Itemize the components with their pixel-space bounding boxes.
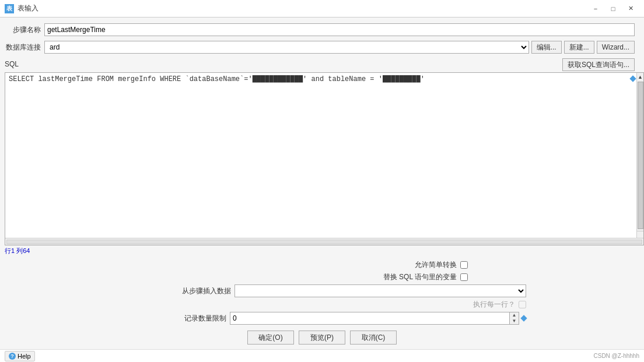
wizard-button[interactable]: Wizard... bbox=[597, 41, 635, 54]
db-select-wrap: ard 编辑... 新建... Wizard... bbox=[44, 41, 635, 54]
maximize-button[interactable]: □ bbox=[604, 2, 622, 15]
spinner-up[interactable]: ▲ bbox=[510, 312, 519, 318]
horizontal-scrollbar[interactable] bbox=[5, 238, 643, 245]
status-text: 行1 列64 bbox=[5, 247, 30, 254]
db-connection-row: 数据库连接 ard 编辑... 新建... Wizard... bbox=[0, 41, 644, 54]
vertical-scrollbar[interactable]: ▲ ▼ bbox=[636, 73, 643, 238]
sql-section-label: SQL bbox=[5, 60, 19, 68]
from-step-row: 从步骤插入数据 bbox=[118, 284, 526, 297]
record-limit-label: 记录数量限制 bbox=[184, 314, 226, 324]
bottom-bar: ? Help CSDN @Z-hhhhh bbox=[0, 349, 644, 362]
scroll-thumb bbox=[638, 82, 643, 229]
scroll-up-arrow[interactable]: ▲ bbox=[637, 73, 644, 81]
dialog-content: 步骤名称 数据库连接 ard 编辑... 新建... Wizard... SQL… bbox=[0, 17, 644, 349]
preview-button[interactable]: 预览(P) bbox=[299, 331, 345, 345]
window-controls: − □ ✕ bbox=[587, 2, 639, 15]
footer-buttons: 确定(O) 预览(P) 取消(C) bbox=[0, 327, 644, 349]
record-limit-row: 记录数量限制 ▲ ▼ bbox=[118, 312, 526, 325]
diamond-indicator-limit bbox=[520, 315, 527, 321]
step-name-row: 步骤名称 bbox=[0, 23, 644, 36]
help-label: Help bbox=[18, 353, 31, 360]
replace-variables-row: 替换 SQL 语句里的变量 bbox=[176, 272, 468, 282]
record-limit-spinner[interactable]: ▲ ▼ bbox=[510, 312, 519, 325]
from-step-select[interactable] bbox=[235, 284, 526, 297]
sql-editor[interactable]: SELECT lastMergeTime FROM mergeInfo WHER… bbox=[5, 73, 643, 238]
step-name-label: 步骤名称 bbox=[0, 25, 41, 35]
step-name-input[interactable] bbox=[44, 23, 635, 36]
edit-button[interactable]: 编辑... bbox=[531, 41, 562, 54]
allow-simple-convert-checkbox[interactable] bbox=[460, 261, 468, 269]
replace-variables-checkbox[interactable] bbox=[460, 273, 468, 281]
close-button[interactable]: ✕ bbox=[622, 2, 639, 15]
status-bar: 行1 列64 bbox=[0, 245, 644, 256]
help-button[interactable]: ? Help bbox=[5, 351, 35, 361]
app-icon: 表 bbox=[5, 4, 14, 13]
watermark: CSDN @Z-hhhhh bbox=[593, 353, 639, 359]
sql-editor-wrap: SELECT lastMergeTime FROM mergeInfo WHER… bbox=[5, 72, 644, 245]
from-step-select-wrap bbox=[235, 284, 526, 297]
options-section: 允许简单转换 替换 SQL 语句里的变量 从步骤插入数据 执行每一行？ 记录数量… bbox=[0, 256, 644, 327]
exec-each-row-checkbox[interactable] bbox=[519, 301, 526, 308]
exec-each-row-row: 执行每一行？ bbox=[118, 300, 526, 310]
help-icon: ? bbox=[9, 353, 16, 360]
cancel-button[interactable]: 取消(C) bbox=[350, 331, 397, 345]
sql-header-row: SQL 获取SQL查询语句... bbox=[0, 58, 644, 72]
record-limit-input[interactable] bbox=[230, 312, 510, 325]
exec-each-row-label: 执行每一行？ bbox=[473, 300, 515, 310]
minimize-button[interactable]: − bbox=[587, 2, 604, 15]
db-connection-label: 数据库连接 bbox=[0, 43, 41, 52]
confirm-button[interactable]: 确定(O) bbox=[247, 331, 294, 345]
db-connection-select[interactable]: ard bbox=[44, 41, 529, 54]
replace-variables-label: 替换 SQL 语句里的变量 bbox=[383, 272, 457, 282]
spinner-down[interactable]: ▼ bbox=[510, 318, 519, 324]
from-step-label: 从步骤插入数据 bbox=[182, 286, 231, 296]
title-bar-text: 表输入 bbox=[18, 3, 587, 13]
record-limit-input-wrap: ▲ ▼ bbox=[230, 312, 526, 325]
scroll-corner bbox=[636, 231, 643, 238]
new-button[interactable]: 新建... bbox=[564, 41, 594, 54]
allow-simple-convert-label: 允许简单转换 bbox=[415, 260, 457, 270]
title-bar: 表 表输入 − □ ✕ bbox=[0, 0, 644, 17]
get-query-button[interactable]: 获取SQL查询语句... bbox=[562, 58, 635, 71]
allow-simple-convert-row: 允许简单转换 bbox=[176, 260, 468, 270]
